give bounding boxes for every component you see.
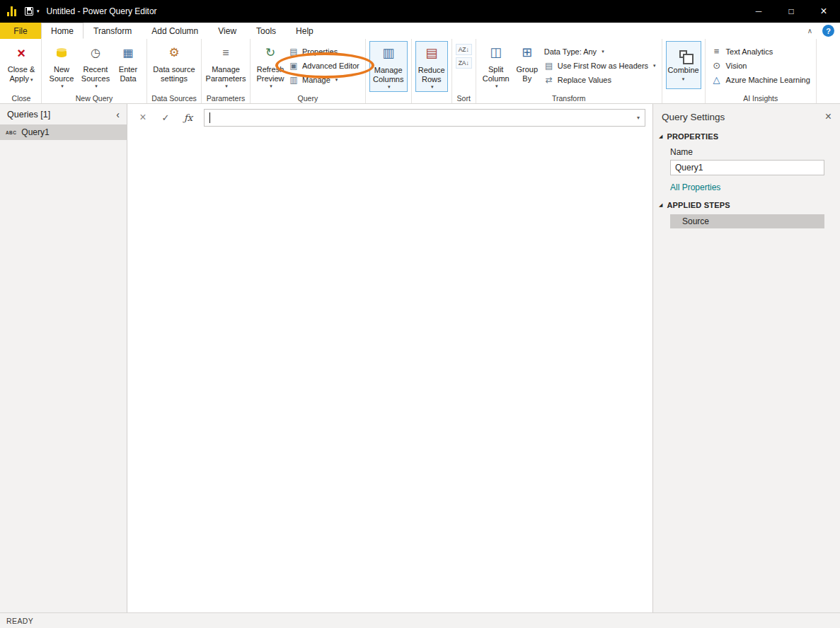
reduce-rows-button[interactable]: ▤ Reduce Rows▾: [415, 41, 448, 92]
ribbon-group-parameters: ≡ Manage Parameters▾ Parameters: [202, 39, 251, 103]
transform-small-buttons: Data Type: Any▾ ▤ Use First Row as Heade…: [542, 41, 658, 86]
queries-pane-header: Queries [1] ‹: [0, 104, 127, 124]
query-item-label: Query1: [21, 127, 49, 137]
manage-columns-icon: ▥: [382, 43, 394, 64]
text-analytics-icon: ≡: [711, 46, 723, 57]
formula-bar: × ✓ ƒx ▾: [127, 104, 652, 131]
flask-icon: △: [711, 74, 723, 85]
applied-steps-section-header[interactable]: ◢ APPLIED STEPS: [653, 195, 840, 214]
applied-step-item[interactable]: Source: [670, 214, 824, 228]
ribbon-group-label-data-sources: Data Sources: [147, 94, 201, 103]
split-column-button[interactable]: ◫ Split Column▾: [480, 41, 512, 91]
save-icon[interactable]: [25, 7, 33, 16]
formula-input[interactable]: ▾: [204, 109, 645, 127]
tab-help[interactable]: Help: [286, 23, 323, 39]
chevron-down-icon: ▾: [61, 83, 64, 89]
tab-transform[interactable]: Transform: [84, 23, 142, 39]
manage-parameters-icon: ≡: [222, 42, 229, 64]
formula-cancel-icon[interactable]: ×: [132, 108, 154, 127]
chevron-down-icon: ▾: [682, 76, 685, 82]
manage-parameters-button[interactable]: ≡ Manage Parameters▾: [205, 41, 246, 91]
ribbon-group-sort: AZ↓ ZA↓ Sort: [452, 39, 476, 103]
properties-section-header[interactable]: ◢ PROPERTIES: [653, 127, 840, 146]
tab-add-column[interactable]: Add Column: [142, 23, 208, 39]
sort-buttons: AZ↓ ZA↓: [456, 41, 472, 69]
quick-access-chevron-icon[interactable]: ▾: [37, 8, 40, 14]
editor-center: × ✓ ƒx ▾: [127, 104, 652, 612]
text-analytics-button[interactable]: ≡ Text Analytics: [709, 45, 812, 58]
ribbon-group-manage-columns: ▥ Manage Columns▾: [366, 39, 412, 103]
formula-commit-icon[interactable]: ✓: [154, 108, 177, 127]
tab-home[interactable]: Home: [41, 23, 84, 39]
query-small-buttons: ▤ Properties ▣ Advanced Editor ▥ Manage▾: [287, 41, 362, 86]
data-type-button[interactable]: Data Type: Any▾: [542, 45, 658, 58]
refresh-preview-button[interactable]: ↻ Refresh Preview▾: [254, 41, 287, 91]
formula-fx-icon[interactable]: ƒx: [177, 108, 200, 127]
split-column-icon: ◫: [490, 42, 502, 64]
maximize-button[interactable]: □: [775, 0, 807, 23]
name-label: Name: [670, 147, 840, 157]
manage-button[interactable]: ▥ Manage▾: [287, 73, 362, 86]
azure-machine-learning-button[interactable]: △ Azure Machine Learning: [709, 73, 812, 86]
recent-sources-button[interactable]: ◷ Recent Sources▾: [78, 41, 113, 91]
tab-file[interactable]: File: [0, 23, 41, 39]
advanced-editor-icon: ▣: [289, 61, 299, 71]
close-and-apply-label: Close & Apply▾: [7, 65, 35, 83]
recent-sources-icon: ◷: [91, 42, 100, 64]
collapse-ribbon-icon[interactable]: ∧: [807, 27, 812, 35]
ribbon-group-transform: ◫ Split Column▾ ⊞ Group By Data Type: An…: [476, 39, 662, 103]
status-bar: READY: [0, 612, 840, 628]
vision-button[interactable]: ⊙ Vision: [709, 59, 812, 72]
tab-tools[interactable]: Tools: [246, 23, 286, 39]
group-by-icon: ⊞: [522, 42, 532, 64]
query-list-item[interactable]: ABC Query1: [0, 124, 127, 140]
status-text: READY: [6, 617, 33, 625]
properties-button[interactable]: ▤ Properties: [287, 45, 362, 58]
ribbon-group-label-transform: Transform: [476, 94, 662, 103]
ribbon-group-new-query: New Source▾ ◷ Recent Sources▾ ▦ Enter Da…: [42, 39, 147, 103]
chevron-down-icon: ▾: [225, 83, 228, 89]
gear-icon: ⚙: [168, 42, 179, 64]
close-apply-icon: ×: [17, 42, 25, 64]
ribbon-group-label-query: Query: [251, 94, 365, 103]
close-pane-icon[interactable]: ×: [825, 111, 832, 122]
sort-descending-icon[interactable]: ZA↓: [456, 57, 472, 69]
sort-ascending-icon[interactable]: AZ↓: [456, 44, 472, 55]
manage-columns-button[interactable]: ▥ Manage Columns▾: [369, 41, 408, 92]
ribbon-group-label-close: Close: [1, 94, 41, 103]
ribbon-group-label-parameters: Parameters: [202, 94, 250, 103]
chevron-down-icon: ▾: [602, 49, 604, 54]
minimize-button[interactable]: ─: [742, 0, 775, 23]
use-first-row-icon: ▤: [544, 61, 554, 71]
chevron-down-icon: ▾: [653, 63, 656, 69]
new-source-button[interactable]: New Source▾: [45, 41, 78, 91]
close-window-button[interactable]: ×: [807, 0, 840, 23]
title-bar: ▾ Untitled - Power Query Editor ─ □ ×: [0, 0, 840, 23]
collapse-queries-pane-icon[interactable]: ‹: [116, 110, 120, 120]
query-name-input[interactable]: [670, 160, 824, 175]
properties-icon: ▤: [289, 47, 299, 57]
replace-values-button[interactable]: ⇄ Replace Values: [542, 73, 658, 86]
enter-data-button[interactable]: ▦ Enter Data: [113, 41, 143, 85]
use-first-row-as-headers-button[interactable]: ▤ Use First Row as Headers▾: [542, 59, 658, 72]
text-cursor: [209, 112, 210, 123]
advanced-editor-button[interactable]: ▣ Advanced Editor: [287, 59, 362, 72]
formula-expand-chevron-icon[interactable]: ▾: [637, 115, 640, 121]
tab-view[interactable]: View: [208, 23, 246, 39]
close-and-apply-button[interactable]: × Close & Apply▾: [5, 41, 38, 85]
chevron-down-icon: ▾: [30, 77, 33, 82]
chevron-down-icon: ▾: [95, 83, 98, 89]
help-icon[interactable]: ?: [822, 25, 834, 37]
group-by-button[interactable]: ⊞ Group By: [512, 41, 542, 85]
ribbon-group-label-new-query: New Query: [42, 94, 146, 103]
all-properties-link[interactable]: All Properties: [670, 182, 720, 192]
data-source-settings-button[interactable]: ⚙ Data source settings: [151, 41, 197, 85]
combine-button[interactable]: Combine ▾: [666, 41, 701, 89]
menu-bar: File Home Transform Add Column View Tool…: [0, 23, 840, 39]
text-type-abc-icon: ABC: [6, 130, 16, 135]
new-source-icon: [57, 42, 67, 64]
combine-icon: [679, 43, 687, 64]
ribbon-group-close: × Close & Apply▾ Close: [1, 39, 42, 103]
preview-canvas[interactable]: [127, 131, 652, 612]
chevron-down-icon: ▾: [335, 77, 338, 83]
